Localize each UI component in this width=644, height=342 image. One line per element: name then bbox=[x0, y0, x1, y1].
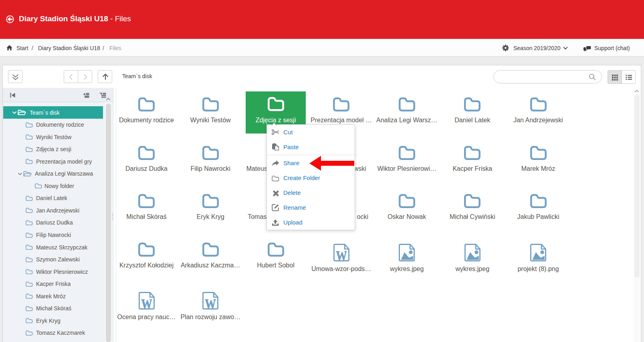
svg-text:W: W bbox=[141, 296, 152, 310]
svg-text:W: W bbox=[205, 296, 216, 310]
svg-text:W: W bbox=[336, 248, 347, 261]
